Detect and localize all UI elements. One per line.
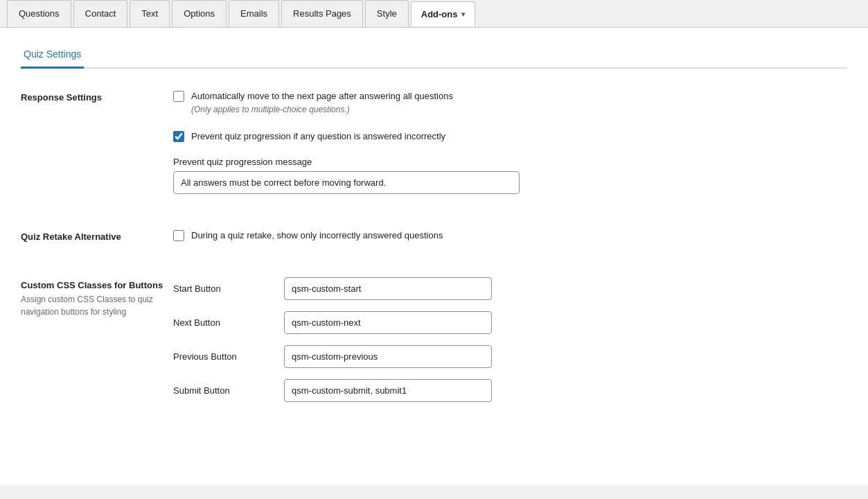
next-button-row: Next Button xyxy=(173,311,847,334)
prevent-progression-label: Prevent quiz progression if any question… xyxy=(191,130,445,143)
previous-button-label: Previous Button xyxy=(173,351,270,362)
custom-css-sublabel: Assign custom CSS Classes to quiz naviga… xyxy=(21,293,173,318)
tab-options[interactable]: Options xyxy=(172,0,227,27)
retake-incorrectly-row: During a quiz retake, show only incorrec… xyxy=(173,229,847,243)
retake-alternative-section: Quiz Retake Alternative During a quiz re… xyxy=(21,229,847,256)
start-button-input[interactable] xyxy=(284,277,492,300)
chevron-down-icon: ▾ xyxy=(461,10,465,18)
response-settings-content: Automatically move to the next page afte… xyxy=(173,89,847,208)
tab-quiz-settings[interactable]: Quiz Settings xyxy=(21,42,84,69)
submit-button-input[interactable] xyxy=(284,379,492,402)
retake-alternative-content: During a quiz retake, show only incorrec… xyxy=(173,229,847,256)
previous-button-row: Previous Button xyxy=(173,345,847,368)
tab-bar: Questions Contact Text Options Emails Re… xyxy=(0,0,868,28)
next-button-input[interactable] xyxy=(284,311,492,334)
retake-incorrectly-checkbox[interactable] xyxy=(173,230,184,241)
tab-addons[interactable]: Add-ons ▾ xyxy=(411,1,476,26)
next-button-label: Next Button xyxy=(173,317,270,328)
custom-css-section: Custom CSS Classes for Buttons Assign cu… xyxy=(21,277,847,413)
retake-alternative-label: Quiz Retake Alternative xyxy=(21,229,173,256)
submit-button-label: Submit Button xyxy=(173,385,270,396)
auto-next-page-checkbox[interactable] xyxy=(173,91,184,102)
custom-css-content: Start Button Next Button Previous Button… xyxy=(173,277,847,413)
prevent-progression-checkbox[interactable] xyxy=(173,131,184,142)
progression-message-label: Prevent quiz progression message xyxy=(173,157,847,167)
progression-message-group: Prevent quiz progression message xyxy=(173,157,847,194)
inner-tab-bar: Quiz Settings xyxy=(21,42,847,69)
tab-contact[interactable]: Contact xyxy=(73,0,128,27)
tab-style[interactable]: Style xyxy=(365,0,409,27)
tab-text[interactable]: Text xyxy=(130,0,170,27)
retake-incorrectly-label: During a quiz retake, show only incorrec… xyxy=(191,229,443,243)
start-button-label: Start Button xyxy=(173,283,270,294)
prevent-progression-row: Prevent quiz progression if any question… xyxy=(173,130,847,143)
submit-button-row: Submit Button xyxy=(173,379,847,402)
tab-emails[interactable]: Emails xyxy=(229,0,279,27)
tab-addons-label: Add-ons xyxy=(421,9,458,19)
progression-message-input[interactable] xyxy=(173,171,520,194)
auto-next-page-row: Automatically move to the next page afte… xyxy=(173,89,847,116)
tab-results-pages[interactable]: Results Pages xyxy=(281,0,363,27)
content-area: Quiz Settings Response Settings Automati… xyxy=(0,28,868,485)
auto-next-page-label: Automatically move to the next page afte… xyxy=(191,89,453,116)
response-settings-label: Response Settings xyxy=(21,89,173,208)
previous-button-input[interactable] xyxy=(284,345,492,368)
response-settings-section: Response Settings Automatically move to … xyxy=(21,89,847,208)
auto-next-page-note: (Only applies to multiple-choice questio… xyxy=(191,103,453,116)
tab-questions[interactable]: Questions xyxy=(7,0,71,27)
custom-css-label: Custom CSS Classes for Buttons Assign cu… xyxy=(21,277,173,413)
custom-css-title: Custom CSS Classes for Buttons xyxy=(21,280,163,290)
start-button-row: Start Button xyxy=(173,277,847,300)
